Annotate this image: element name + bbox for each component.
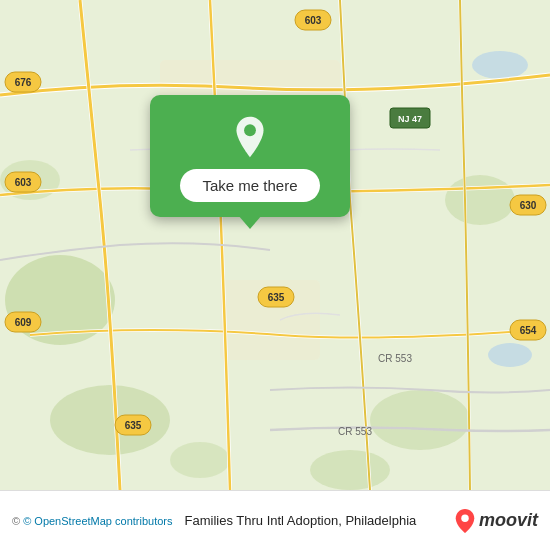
svg-point-2 xyxy=(488,343,532,367)
svg-point-8 xyxy=(310,450,390,490)
copyright-text: © © OpenStreetMap contributors xyxy=(12,515,173,527)
take-me-there-button[interactable]: Take me there xyxy=(180,169,319,202)
moovit-pin-icon xyxy=(454,508,476,534)
location-name: Families Thru Intl Adoption, Philadelphi… xyxy=(185,513,417,528)
svg-point-32 xyxy=(244,124,256,136)
svg-point-6 xyxy=(445,175,515,225)
svg-point-33 xyxy=(461,514,468,521)
osm-link[interactable]: © OpenStreetMap contributors xyxy=(23,515,172,527)
map-pin-icon xyxy=(228,115,272,159)
moovit-text: moovit xyxy=(479,510,538,531)
svg-text:603: 603 xyxy=(305,15,322,26)
svg-text:609: 609 xyxy=(15,317,32,328)
moovit-logo: moovit xyxy=(454,508,538,534)
svg-text:NJ 47: NJ 47 xyxy=(398,114,422,124)
svg-text:635: 635 xyxy=(125,420,142,431)
svg-point-4 xyxy=(50,385,170,455)
svg-text:654: 654 xyxy=(520,325,537,336)
svg-text:676: 676 xyxy=(15,77,32,88)
location-popup: Take me there xyxy=(150,95,350,217)
svg-point-1 xyxy=(472,51,528,79)
bottom-bar: © © OpenStreetMap contributors Families … xyxy=(0,490,550,550)
map-container[interactable]: 676 603 603 NJ 47 630 609 635 654 635 CR… xyxy=(0,0,550,490)
map-background: 676 603 603 NJ 47 630 609 635 654 635 CR… xyxy=(0,0,550,490)
svg-point-9 xyxy=(170,442,230,478)
svg-point-5 xyxy=(370,390,470,450)
svg-text:CR 553: CR 553 xyxy=(338,426,372,437)
svg-text:CR 553: CR 553 xyxy=(378,353,412,364)
svg-text:630: 630 xyxy=(520,200,537,211)
svg-text:603: 603 xyxy=(15,177,32,188)
svg-text:635: 635 xyxy=(268,292,285,303)
